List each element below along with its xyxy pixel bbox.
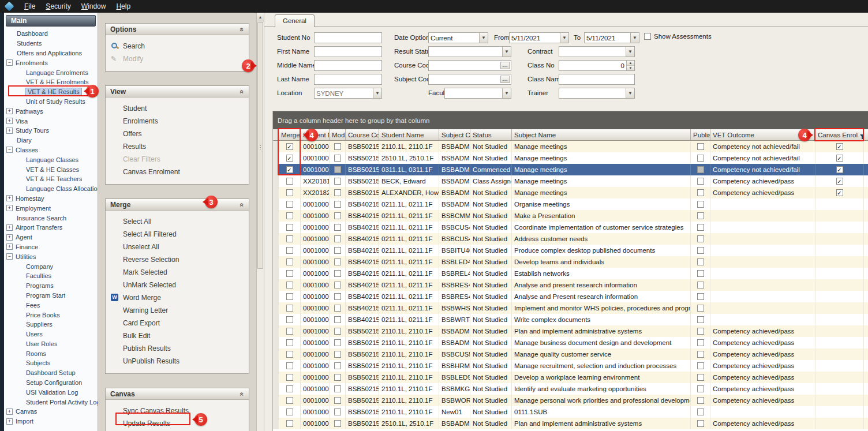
publish-checkbox[interactable]	[697, 224, 704, 231]
subject-code-input[interactable]: …	[428, 74, 511, 85]
modified-checkbox[interactable]	[334, 143, 341, 150]
bulk-edit-button[interactable]: Bulk Edit	[106, 329, 249, 342]
column-header-subject-name[interactable]: Subject Name	[512, 129, 691, 141]
merge-checkbox[interactable]: ✓	[286, 155, 293, 162]
plus-icon[interactable]: +	[6, 128, 13, 134]
table-row[interactable]: 0001000000BSB402150211.1L, 0211.1FBSBCMM…	[273, 210, 868, 222]
sidebar-item-utilities[interactable]: −Utilities	[4, 252, 98, 261]
minus-icon[interactable]: −	[6, 59, 13, 66]
chevron-down-icon[interactable]: ▼	[502, 88, 511, 98]
course-code-lookup-button[interactable]: …	[500, 62, 510, 69]
merge-checkbox[interactable]	[286, 247, 293, 254]
chevron-down-icon[interactable]: ▼	[626, 88, 634, 98]
modified-checkbox[interactable]	[334, 178, 341, 185]
to-date-picker[interactable]: 5/11/2021 ▼	[584, 32, 639, 43]
search-button[interactable]: Search	[106, 40, 249, 53]
chevron-down-icon[interactable]: ▼	[479, 33, 488, 43]
publish-checkbox[interactable]	[697, 212, 704, 219]
sidebar-item-unit-of-study-results[interactable]: Unit of Study Results	[4, 97, 98, 107]
modified-checkbox[interactable]	[334, 166, 341, 173]
publish-checkbox[interactable]	[697, 408, 704, 415]
merge-checkbox[interactable]	[286, 420, 293, 427]
unselect-all-button[interactable]: Unselect All	[106, 241, 249, 253]
sidebar-item-language-class-allocation[interactable]: Language Class Allocation	[4, 184, 98, 194]
column-header-student-name[interactable]: Student Name	[379, 129, 439, 141]
publish-checkbox[interactable]	[697, 143, 704, 150]
trainer-select[interactable]: ▼	[559, 88, 635, 99]
result-status-select[interactable]: ▼	[428, 46, 511, 57]
sidebar-item-dashboard[interactable]: Dashboard	[4, 29, 98, 39]
publish-checkbox[interactable]	[697, 420, 704, 427]
plus-icon[interactable]: +	[6, 224, 13, 231]
table-row[interactable]: 0001000000BSB402150211.1L, 0211.1FBSBRES…	[273, 291, 868, 302]
reverse-selection-button[interactable]: Reverse Selection	[106, 253, 249, 266]
from-date-picker[interactable]: 5/11/2021 ▼	[509, 32, 569, 43]
merge-checkbox[interactable]	[286, 351, 293, 358]
sidebar-item-rooms[interactable]: Rooms	[4, 348, 98, 358]
table-row[interactable]: 0001000000BSB402150211.1L, 0211.1FBSBITU…	[273, 245, 868, 256]
modified-checkbox[interactable]	[334, 420, 341, 427]
publish-checkbox[interactable]	[697, 316, 704, 323]
faculty-select[interactable]: ▼	[444, 88, 511, 99]
show-assessments-checkbox[interactable]: Show Assessments	[644, 33, 712, 40]
modified-checkbox[interactable]	[334, 351, 341, 358]
merge-checkbox[interactable]	[286, 270, 293, 277]
publish-checkbox[interactable]	[697, 305, 704, 312]
sidebar-item-insurance-search[interactable]: Insurance Search	[4, 213, 98, 223]
last-name-input[interactable]	[314, 74, 382, 85]
merge-checkbox[interactable]	[286, 212, 293, 219]
table-row[interactable]: ✓0001000000BSB502152510.1L, 2510.1FBSBAD…	[273, 152, 868, 164]
table-row[interactable]: 0001000000BSB402150211.1L, 0211.1FBSBCUS…	[273, 222, 868, 233]
word-merge-button[interactable]: WWord Merge	[106, 291, 249, 304]
table-row[interactable]: XX2018296BSB50215ALEXANDER, HowardBSBADM…	[273, 187, 868, 198]
table-row[interactable]: ✓0001000000BSB502150311.1L, 0311.1FBSBAD…	[273, 164, 868, 175]
modify-button[interactable]: ✎Modify	[106, 53, 249, 65]
column-header-merge[interactable]: Merge	[279, 129, 301, 141]
modified-checkbox[interactable]	[334, 235, 341, 242]
table-row[interactable]: 0001000000BSB502152110.1L, 2110.1FNew01N…	[273, 406, 868, 418]
section-header-view[interactable]: View«	[106, 86, 249, 98]
student-no-input[interactable]	[314, 32, 382, 43]
merge-checkbox[interactable]	[286, 316, 293, 323]
offers-button[interactable]: Offers	[106, 128, 249, 140]
merge-checkbox[interactable]	[286, 282, 293, 288]
sidebar-item-visa[interactable]: +Visa	[4, 116, 98, 126]
unpublish-results-button[interactable]: UnPublish Results	[106, 355, 249, 368]
subject-code-lookup-button[interactable]: …	[500, 76, 510, 83]
table-row[interactable]: 0001000000BSB502152110.1L, 2110.1FBSBADM…	[273, 325, 868, 337]
publish-results-button[interactable]: Publish Results	[106, 342, 249, 355]
table-row[interactable]: 0001000000BSB402150211.1L, 0211.1FBSBREL…	[273, 268, 868, 279]
column-header-canvas-enrol[interactable]: Canvas Enrol	[815, 129, 864, 141]
merge-checkbox[interactable]	[286, 258, 293, 265]
group-by-panel[interactable]: Drag a column header here to group by th…	[273, 111, 868, 129]
menu-item-security[interactable]: Security	[40, 0, 76, 13]
column-header-student-no[interactable]: Student No	[301, 129, 330, 141]
modified-checkbox[interactable]	[334, 270, 341, 277]
enrolments-button[interactable]: Enrolments	[106, 115, 249, 128]
table-row[interactable]: 0001000000BSB502152110.1L, 2110.1FBSBMKG…	[273, 383, 868, 395]
sidebar-item-subjects[interactable]: Subjects	[4, 358, 98, 368]
chevron-down-icon[interactable]: ▼	[626, 47, 634, 57]
results-button[interactable]: Results	[106, 140, 249, 153]
publish-checkbox[interactable]	[697, 189, 704, 196]
table-row[interactable]: 0001000000BSB502152510.1L, 2510.1FBSBADM…	[273, 418, 868, 429]
merge-checkbox[interactable]	[286, 293, 293, 300]
table-row[interactable]: ✓0001000000BSB502152110.1L, 2110.1FBSBAD…	[273, 141, 868, 152]
sync-canvas-results-button[interactable]: Sync Canvas Results	[106, 404, 249, 417]
sidebar-item-company[interactable]: Company	[4, 261, 98, 271]
collapse-chevron-icon[interactable]: «	[238, 203, 246, 207]
merge-checkbox[interactable]	[286, 397, 293, 404]
sidebar-item-price-books[interactable]: Price Books	[4, 310, 98, 320]
modified-checkbox[interactable]	[334, 224, 341, 231]
sidebar-item-import[interactable]: +Import	[4, 417, 98, 426]
merge-checkbox[interactable]	[286, 328, 293, 335]
table-row[interactable]: 0001000000BSB502152110.1L, 2110.1FBSBWOR…	[273, 395, 868, 406]
sidebar-item-vet-he-classes[interactable]: VET & HE Classes	[4, 164, 98, 174]
card-export-button[interactable]: Card Export	[106, 317, 249, 329]
sidebar-item-finance[interactable]: +Finance	[4, 242, 98, 252]
column-header-subject-code[interactable]: Subject Code	[439, 129, 470, 141]
sidebar-item-enrolments[interactable]: −Enrolments	[4, 58, 98, 68]
publish-checkbox[interactable]	[697, 201, 704, 208]
merge-checkbox[interactable]: ✓	[286, 166, 293, 173]
canvas-enrol-checkbox[interactable]: ✓	[836, 155, 843, 162]
